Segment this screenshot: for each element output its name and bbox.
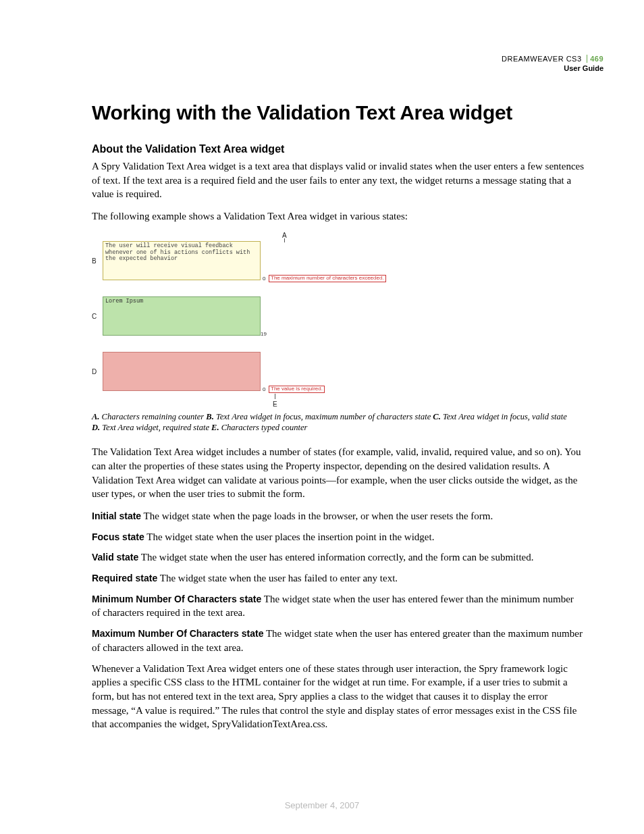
closing-paragraph: Whenever a Validation Text Area widget e… [92, 662, 585, 731]
caption-text-a: Characters remaining counter [99, 412, 206, 421]
state-initial: Initial state The widget state when the … [92, 509, 585, 523]
footer-date: September 4, 2007 [0, 800, 644, 810]
error-max-chars: The maximum number of characters exceede… [269, 275, 386, 282]
section-heading: About the Validation Text Area widget [92, 143, 585, 155]
state-required-desc: The widget state when the user has faile… [157, 573, 398, 583]
state-focus: Focus state The widget state when the us… [92, 530, 585, 544]
widget-states-figure: A The user will receive visual feedback … [92, 232, 382, 407]
state-initial-desc: The widget state when the page loads in … [141, 511, 493, 521]
state-max: Maximum Number Of Characters state The w… [92, 627, 585, 654]
callout-tick-e [275, 394, 275, 399]
figure-caption: A. Characters remaining counter B. Text … [92, 411, 585, 434]
counter-typed-valid: 19 [261, 331, 267, 337]
counter-typed-required: 0 [263, 386, 265, 392]
state-required: Required state The widget state when the… [92, 571, 585, 585]
callout-letter-b: B [92, 257, 97, 265]
state-valid: Valid state The widget state when the us… [92, 550, 585, 565]
state-min: Minimum Number Of Characters state The w… [92, 592, 585, 620]
page-title: Working with the Validation Text Area wi… [92, 101, 585, 124]
caption-key-c: C. [433, 412, 440, 421]
textarea-required [103, 352, 261, 391]
state-valid-term: Valid state [92, 552, 138, 563]
example-intro: The following example shows a Validation… [92, 209, 585, 224]
caption-key-d: D. [92, 423, 100, 432]
caption-text-c: Text Area widget in focus, valid state [441, 412, 567, 421]
state-min-term: Minimum Number Of Characters state [92, 594, 261, 604]
callout-letter-d: D [92, 368, 97, 375]
callout-letter-e: E [273, 400, 277, 408]
state-valid-desc: The widget state when the user has enter… [138, 552, 533, 563]
intro-paragraph: A Spry Validation Text Area widget is a … [92, 159, 585, 201]
state-required-term: Required state [92, 573, 157, 583]
product-name: DREAMWEAVER CS3 [502, 55, 582, 63]
caption-key-e: E. [211, 423, 219, 432]
caption-key-b: B. [206, 412, 213, 421]
state-focus-desc: The widget state when the user places th… [144, 531, 435, 542]
state-max-term: Maximum Number Of Characters state [92, 628, 263, 639]
page: DREAMWEAVER CS3 469 User Guide Working w… [0, 0, 644, 834]
caption-text-b: Text Area widget in focus, maximum numbe… [214, 412, 433, 421]
page-header: DREAMWEAVER CS3 469 User Guide [502, 54, 603, 74]
page-number: 469 [587, 55, 603, 63]
caption-text-e: Characters typed counter [219, 423, 308, 432]
after-figure-paragraph: The Validation Text Area widget includes… [92, 445, 585, 501]
states-list: Initial state The widget state when the … [92, 509, 585, 655]
caption-text-d: Text Area widget, required state [100, 423, 211, 432]
state-initial-term: Initial state [92, 511, 141, 521]
textarea-valid: Lorem Ipsum [103, 296, 261, 336]
state-focus-term: Focus state [92, 531, 144, 542]
error-required: The value is required. [269, 386, 325, 393]
textarea-focus-maxchars: The user will receive visual feedback wh… [103, 241, 261, 280]
guide-title: User Guide [502, 63, 603, 73]
counter-remaining: 0 [263, 276, 265, 282]
callout-tick-a [284, 238, 285, 242]
caption-key-a: A. [92, 412, 99, 421]
callout-letter-c: C [92, 313, 97, 320]
